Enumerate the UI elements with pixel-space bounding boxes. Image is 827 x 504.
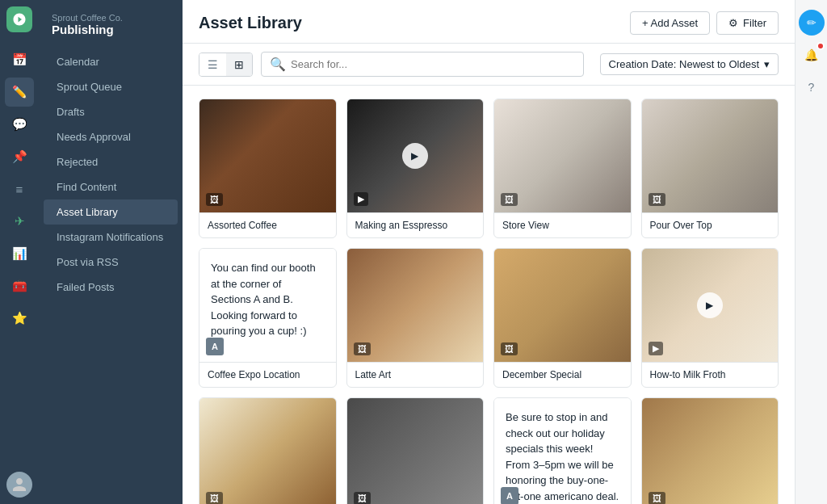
asset-thumbnail: 🖼 xyxy=(199,398,336,504)
asset-label: Pour Over Top xyxy=(642,212,779,237)
asset-label: Store View xyxy=(494,212,631,237)
grid-container: 🖼 Assorted Coffee ▶ ▶ Making an Esspress… xyxy=(183,86,795,504)
media-type-icon: 🖼 xyxy=(206,193,223,206)
publishing-icon[interactable]: 📅 xyxy=(5,45,34,74)
asset-card[interactable]: ▶ ▶ Making an Esspresso xyxy=(346,99,485,238)
media-type-icon: 🖼 xyxy=(649,193,665,206)
app-logo xyxy=(6,6,32,32)
notifications-icon[interactable]: 🔔 xyxy=(799,42,825,68)
favorites-icon[interactable]: ⭐ xyxy=(5,304,34,333)
media-type-icon: 🖼 xyxy=(206,492,223,504)
brand-section: Sprout Coffee Co. Publishing xyxy=(39,10,183,49)
asset-card[interactable]: 🖼 Pour Over Top xyxy=(641,99,779,238)
media-type-icon: 🖼 xyxy=(649,492,665,504)
asset-card[interactable]: 🖼 Assorted Coffee xyxy=(199,99,337,238)
media-type-icon: 🖼 xyxy=(501,193,518,206)
tools-icon[interactable]: 🧰 xyxy=(5,271,34,300)
nav-needs-approval[interactable]: Needs Approval xyxy=(44,124,178,149)
asset-label: Latte Art xyxy=(347,362,484,387)
asset-thumbnail: 🖼 xyxy=(642,99,779,212)
media-type-icon: 🖼 xyxy=(354,342,371,355)
asset-thumbnail: ▶ ▶ xyxy=(347,99,484,212)
filter-icon: ⚙ xyxy=(728,17,738,29)
sort-label: Creation Date: Newest to Oldest xyxy=(609,58,759,70)
media-type-icon: ▶ xyxy=(649,342,663,355)
asset-card[interactable]: 🖼 Cafe Interior xyxy=(346,397,485,504)
text-type-icon: A xyxy=(501,487,518,504)
nav-rejected[interactable]: Rejected xyxy=(44,149,178,174)
asset-label: Making an Esspresso xyxy=(347,212,484,237)
asset-card[interactable]: Be sure to stop in and check out our hol… xyxy=(493,397,632,504)
search-icon: 🔍 xyxy=(270,57,286,72)
asset-thumbnail: Be sure to stop in and check out our hol… xyxy=(494,398,631,504)
notification-badge xyxy=(817,42,825,50)
compose-action-icon[interactable]: ✏ xyxy=(799,10,825,36)
asset-grid: 🖼 Assorted Coffee ▶ ▶ Making an Esspress… xyxy=(199,99,779,504)
asset-card[interactable]: 🖼 Cold Brew Jars xyxy=(199,397,337,504)
help-icon[interactable]: ? xyxy=(799,74,825,100)
nav-post-via-rss[interactable]: Post via RSS xyxy=(44,250,178,275)
main-header: Asset Library + Add Asset ⚙ Filter xyxy=(183,0,795,44)
asset-label: How-to Milk Froth xyxy=(642,362,779,387)
asset-text: You can find our booth at the corner of … xyxy=(211,260,325,339)
sort-dropdown[interactable]: Creation Date: Newest to Oldest ▾ xyxy=(600,53,779,75)
nav-drafts[interactable]: Drafts xyxy=(44,99,178,124)
nav-failed-posts[interactable]: Failed Posts xyxy=(44,275,178,300)
asset-card[interactable]: ▶ ▶ How-to Milk Froth xyxy=(641,248,779,388)
sidebar-bottom xyxy=(6,472,32,504)
play-icon: ▶ xyxy=(402,143,428,169)
send-icon[interactable]: ✈ xyxy=(5,207,34,236)
media-type-icon: 🖼 xyxy=(501,342,518,355)
asset-thumbnail: 🖼 xyxy=(347,249,484,362)
filter-button[interactable]: ⚙ Filter xyxy=(716,11,779,35)
compose-icon[interactable]: ✏️ xyxy=(5,78,34,107)
play-icon: ▶ xyxy=(697,292,723,318)
asset-label: Assorted Coffee xyxy=(199,212,336,237)
tasks-icon[interactable]: 📌 xyxy=(5,142,34,171)
header-actions: + Add Asset ⚙ Filter xyxy=(630,11,779,35)
asset-thumbnail: 🖼 xyxy=(347,398,484,504)
toolbar: ☰ ⊞ 🔍 Creation Date: Newest to Oldest ▾ xyxy=(183,44,795,86)
nav-asset-library[interactable]: Asset Library xyxy=(44,200,178,225)
list-view-button[interactable]: ☰ xyxy=(199,53,226,76)
icon-sidebar: 📅 ✏️ 💬 📌 ≡ ✈ 📊 🧰 ⭐ xyxy=(0,0,39,504)
text-type-icon: A xyxy=(206,338,224,355)
nav-calendar[interactable]: Calendar xyxy=(44,49,178,74)
asset-card[interactable]: You can find our booth at the corner of … xyxy=(199,248,337,388)
asset-card[interactable]: 🖼 Latte Art xyxy=(346,248,485,388)
right-sidebar: ✏ 🔔 ? xyxy=(795,0,827,504)
nav-instagram-notifications[interactable]: Instagram Notifications xyxy=(44,225,178,250)
asset-card[interactable]: 🖼 Iced Coffee xyxy=(641,397,779,504)
asset-label: Coffee Expo Location xyxy=(199,362,336,387)
messages-icon[interactable]: 💬 xyxy=(5,110,34,139)
asset-card[interactable]: 🖼 Store View xyxy=(493,99,632,238)
asset-thumbnail: 🖼 xyxy=(642,398,779,504)
asset-text: Be sure to stop in and check out our hol… xyxy=(506,410,619,504)
asset-thumbnail: 🖼 xyxy=(494,249,631,362)
search-input[interactable] xyxy=(291,58,575,70)
view-toggle: ☰ ⊞ xyxy=(199,52,253,77)
brand-company: Sprout Coffee Co. xyxy=(52,13,170,23)
grid-view-button[interactable]: ⊞ xyxy=(226,53,252,76)
search-bar: 🔍 xyxy=(261,52,584,77)
asset-label: December Special xyxy=(494,362,631,387)
nav-sprout-queue[interactable]: Sprout Queue xyxy=(44,74,178,99)
asset-thumbnail: ▶ ▶ xyxy=(642,249,779,362)
nav-find-content[interactable]: Find Content xyxy=(44,174,178,200)
main-content: Asset Library + Add Asset ⚙ Filter ☰ ⊞ 🔍… xyxy=(183,0,795,504)
reports-icon[interactable]: ≡ xyxy=(5,174,34,204)
left-nav: Sprout Coffee Co. Publishing Calendar Sp… xyxy=(39,0,183,504)
media-type-icon: ▶ xyxy=(354,192,368,206)
page-title: Asset Library xyxy=(199,14,302,32)
analytics-icon[interactable]: 📊 xyxy=(5,239,34,268)
add-asset-button[interactable]: + Add Asset xyxy=(630,11,710,35)
asset-thumbnail: 🖼 xyxy=(494,99,631,212)
chevron-down-icon: ▾ xyxy=(764,58,770,70)
brand-section-title: Publishing xyxy=(52,23,170,36)
asset-thumbnail: 🖼 xyxy=(199,99,336,212)
user-avatar[interactable] xyxy=(6,472,32,498)
asset-card[interactable]: 🖼 December Special xyxy=(493,248,632,388)
asset-thumbnail: You can find our booth at the corner of … xyxy=(199,249,336,362)
media-type-icon: 🖼 xyxy=(354,492,371,504)
